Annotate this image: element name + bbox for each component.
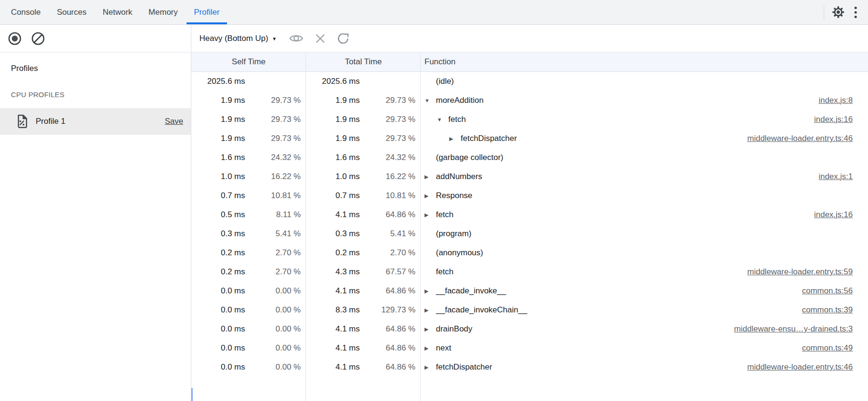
tree-expand-arrow-icon[interactable]: ▼ [437, 117, 448, 122]
table-row[interactable]: 1.9 ms 29.73 % 1.9 ms 29.73 % ▼ moreAddi… [191, 91, 868, 110]
total-time-percent: 64.86 % [360, 286, 421, 296]
self-time-ms: 0.2 ms [191, 248, 245, 258]
function-name: addNumbers [436, 172, 482, 181]
table-row[interactable]: 0.0 ms 0.00 % 4.1 ms 64.86 % ▶ drainBody… [191, 320, 868, 339]
total-time-ms: 1.9 ms [306, 96, 360, 105]
table-row[interactable]: 0.0 ms 0.00 % 4.1 ms 64.86 % ▶ __facade_… [191, 281, 868, 301]
eye-icon[interactable] [289, 33, 304, 43]
self-time-ms: 1.9 ms [191, 115, 245, 124]
close-icon[interactable] [315, 33, 326, 44]
self-time-cell: 0.2 ms 2.70 % [191, 243, 306, 262]
source-location-link[interactable]: middleware-loader.entry.ts:59 [747, 267, 853, 277]
table-row[interactable]: 2025.6 ms 2025.6 ms (idle) [191, 72, 868, 91]
source-location-link[interactable]: common.ts:49 [802, 343, 853, 353]
source-location-link[interactable]: middleware-loader.entry.ts:46 [747, 134, 853, 143]
tab-list: Console Sources Network Memory Profiler [0, 0, 227, 24]
function-name: __facade_invokeChain__ [436, 305, 527, 315]
tree-expand-arrow-icon[interactable]: ▶ [424, 193, 436, 199]
total-time-percent: 64.86 % [360, 324, 421, 334]
function-name: drainBody [436, 324, 473, 334]
table-row[interactable]: 0.0 ms 0.00 % 4.1 ms 64.86 % ▶ fetchDisp… [191, 358, 868, 377]
total-time-ms: 0.7 ms [306, 191, 360, 200]
table-row[interactable]: 0.2 ms 2.70 % 0.2 ms 2.70 % (anonymous) [191, 243, 868, 262]
total-time-ms: 4.3 ms [306, 267, 360, 277]
save-link[interactable]: Save [165, 117, 183, 126]
self-time-percent: 29.73 % [245, 96, 306, 105]
self-time-cell: 0.0 ms 0.00 % [191, 301, 306, 320]
table-row[interactable]: 0.7 ms 10.81 % 0.7 ms 10.81 % ▶ Response [191, 186, 868, 205]
self-time-cell: 0.2 ms 2.70 % [191, 262, 306, 281]
self-time-ms: 0.0 ms [191, 286, 245, 296]
tab-network[interactable]: Network [95, 0, 140, 24]
function-name: Response [436, 191, 473, 200]
scroll-indicator [191, 388, 193, 401]
record-icon[interactable] [8, 31, 22, 46]
table-row[interactable]: 0.0 ms 0.00 % 4.1 ms 64.86 % ▶ next comm… [191, 339, 868, 358]
self-time-percent: 24.32 % [245, 153, 306, 162]
table-row[interactable]: 0.2 ms 2.70 % 4.3 ms 67.57 % fetch middl… [191, 262, 868, 281]
profile-name: Profile 1 [36, 117, 65, 126]
settings-gear-icon[interactable] [832, 6, 845, 19]
column-header-self-time[interactable]: Self Time [191, 52, 306, 71]
table-row[interactable]: 0.0 ms 0.00 % 8.3 ms 129.73 % ▶ __facade… [191, 301, 868, 320]
total-time-cell: 2025.6 ms [306, 72, 421, 91]
function-cell: (idle) [421, 72, 868, 91]
tree-expand-arrow-icon[interactable]: ▶ [424, 212, 436, 218]
source-location-link[interactable]: middleware-loader.entry.ts:46 [747, 362, 853, 372]
tab-memory[interactable]: Memory [140, 0, 186, 24]
tree-expand-arrow-icon[interactable]: ▶ [424, 307, 436, 313]
refresh-icon[interactable] [337, 32, 349, 45]
column-header-total-time[interactable]: Total Time [306, 52, 421, 71]
source-location-link[interactable]: common.ts:39 [802, 305, 853, 315]
column-divider [306, 52, 306, 401]
table-row[interactable]: 0.5 ms 8.11 % 4.1 ms 64.86 % ▶ fetch ind… [191, 205, 868, 224]
self-time-percent: 8.11 % [245, 210, 306, 220]
total-time-ms: 2025.6 ms [306, 77, 360, 86]
column-header-function[interactable]: Function [421, 52, 868, 71]
total-time-ms: 4.1 ms [306, 343, 360, 353]
tree-expand-arrow-icon[interactable]: ▶ [449, 136, 461, 142]
tab-console[interactable]: Console [3, 0, 49, 24]
tree-expand-arrow-icon[interactable]: ▶ [424, 364, 436, 371]
kebab-menu-icon[interactable] [854, 6, 857, 19]
profile-view: Heavy (Bottom Up) ▼ [191, 25, 868, 401]
total-time-percent: 64.86 % [360, 210, 421, 220]
source-location-link[interactable]: index.js:16 [814, 210, 853, 220]
total-time-ms: 1.6 ms [306, 153, 360, 162]
self-time-percent: 2.70 % [245, 248, 306, 258]
function-cell: (anonymous) [421, 243, 868, 262]
source-location-link[interactable]: index.js:1 [819, 172, 853, 181]
total-time-percent: 129.73 % [360, 305, 421, 315]
tab-label: Memory [148, 8, 178, 17]
total-time-cell: 4.1 ms 64.86 % [306, 358, 421, 377]
self-time-cell: 0.5 ms 8.11 % [191, 205, 306, 224]
table-row[interactable]: 0.3 ms 5.41 % 0.3 ms 5.41 % (program) [191, 224, 868, 243]
table-row[interactable]: 1.6 ms 24.32 % 1.6 ms 24.32 % (garbage c… [191, 148, 868, 167]
table-row[interactable]: 1.9 ms 29.73 % 1.9 ms 29.73 % ▶ fetchDis… [191, 129, 868, 148]
source-location-link[interactable]: middleware-ensu…y-drained.ts:3 [734, 324, 853, 334]
source-location-link[interactable]: index.js:16 [814, 115, 853, 124]
self-time-ms: 1.6 ms [191, 153, 245, 162]
tab-profiler[interactable]: Profiler [186, 0, 228, 24]
tree-expand-arrow-icon[interactable]: ▶ [424, 174, 436, 180]
tabbar-divider [824, 5, 824, 20]
self-time-percent: 16.22 % [245, 172, 306, 181]
sidebar-toolbar [0, 25, 191, 52]
tabbar-right-controls [824, 0, 868, 24]
clear-icon[interactable] [31, 31, 45, 46]
table-row[interactable]: 1.0 ms 16.22 % 1.0 ms 16.22 % ▶ addNumbe… [191, 167, 868, 186]
tree-expand-arrow-icon[interactable]: ▼ [424, 98, 436, 103]
self-time-percent: 0.00 % [245, 324, 306, 334]
profile-document-icon [16, 114, 28, 129]
table-row[interactable]: 1.9 ms 29.73 % 1.9 ms 29.73 % ▼ fetch in… [191, 110, 868, 129]
tree-expand-arrow-icon[interactable]: ▶ [424, 345, 436, 351]
self-time-percent: 29.73 % [245, 115, 306, 124]
tab-sources[interactable]: Sources [49, 0, 94, 24]
source-location-link[interactable]: index.js:8 [819, 96, 853, 105]
self-time-ms: 0.7 ms [191, 191, 245, 200]
tree-expand-arrow-icon[interactable]: ▶ [424, 288, 436, 294]
source-location-link[interactable]: common.ts:56 [802, 286, 853, 296]
view-selector-dropdown[interactable]: Heavy (Bottom Up) ▼ [199, 34, 276, 43]
tree-expand-arrow-icon[interactable]: ▶ [424, 326, 436, 332]
profile-item[interactable]: Profile 1 Save [0, 108, 191, 135]
